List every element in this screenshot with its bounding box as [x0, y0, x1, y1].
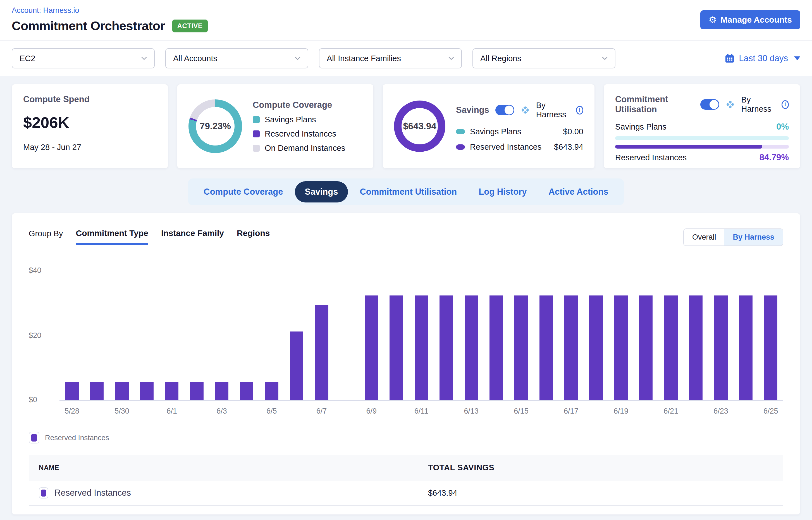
chart-plot: [59, 269, 783, 401]
bar-slot: [459, 269, 483, 400]
bar-slot: [234, 269, 259, 400]
x-tick: [533, 407, 558, 416]
tab-commitment-utilisation[interactable]: Commitment Utilisation: [349, 181, 467, 203]
x-tick: 6/11: [409, 407, 434, 416]
date-range-picker[interactable]: Last 30 days: [725, 53, 800, 63]
savings-table: NAME TOTAL SAVINGS Reserved Instances $6…: [29, 454, 783, 506]
column-total-savings: TOTAL SAVINGS: [428, 463, 773, 472]
bar-6/13[interactable]: [465, 295, 478, 400]
accounts-dropdown[interactable]: All Accounts: [165, 48, 308, 69]
bar-slot: [608, 269, 633, 400]
tab-savings[interactable]: Savings: [295, 181, 348, 203]
segment-by-harness[interactable]: By Harness: [724, 229, 783, 245]
date-range-value: Last 30 days: [739, 53, 788, 63]
x-tick: [634, 407, 658, 416]
by-harness-label: By Harness: [741, 95, 776, 114]
bar-slot: [134, 269, 159, 400]
bar-6/23[interactable]: [714, 295, 727, 400]
bar-6/16[interactable]: [540, 295, 553, 400]
bar-6/17[interactable]: [564, 295, 578, 400]
group-by-label: Group By: [29, 229, 63, 238]
legend-item-on-demand: On Demand Instances: [253, 144, 345, 153]
bar-6/11[interactable]: [415, 295, 428, 400]
tab-active-actions[interactable]: Active Actions: [539, 181, 619, 203]
bar-slot: [509, 269, 533, 400]
bar-slot: [284, 269, 309, 400]
bar-slot: [59, 269, 84, 400]
bar-5/28[interactable]: [66, 382, 79, 400]
legend-item-reserved-instances: Reserved Instances: [253, 129, 345, 138]
account-link[interactable]: Account: Harness.io: [12, 6, 208, 15]
manage-accounts-button[interactable]: ⚙ Manage Accounts: [700, 10, 800, 29]
bar-6/25[interactable]: [764, 295, 777, 400]
group-by-commitment-type[interactable]: Commitment Type: [76, 229, 148, 245]
bar-slot: [209, 269, 234, 400]
utilisation-by-harness-toggle[interactable]: [700, 99, 719, 110]
legend-label: Reserved Instances: [470, 142, 549, 152]
bar-5/31[interactable]: [140, 382, 154, 400]
group-by-regions[interactable]: Regions: [237, 229, 270, 243]
bar-slot: [733, 269, 758, 400]
bar-6/7[interactable]: [315, 305, 328, 400]
row-total-savings: $643.94: [428, 489, 773, 498]
overall-by-harness-toggle: Overall By Harness: [683, 229, 783, 246]
reserved-instances-swatch: [253, 130, 260, 137]
x-tick: 6/23: [708, 407, 733, 416]
kpi-cards: Compute Spend $206K May 28 - Jun 27 79.2…: [0, 76, 812, 175]
bar-6/19[interactable]: [614, 295, 628, 400]
instance-families-dropdown[interactable]: All Instance Families: [319, 48, 462, 69]
bar-slot: [359, 269, 384, 400]
bar-6/22[interactable]: [689, 295, 703, 400]
bar-6/4[interactable]: [240, 382, 253, 400]
info-icon[interactable]: i: [782, 100, 789, 109]
instance-families-dropdown-value: All Instance Families: [327, 54, 401, 63]
bar-6/3[interactable]: [215, 382, 229, 400]
x-tick: 6/15: [509, 407, 533, 416]
savings-by-harness-toggle[interactable]: [495, 105, 514, 115]
bar-6/1[interactable]: [165, 382, 178, 400]
on-demand-swatch: [253, 145, 260, 152]
bar-6/10[interactable]: [390, 295, 403, 400]
regions-dropdown[interactable]: All Regions: [472, 48, 615, 69]
tab-log-history[interactable]: Log History: [469, 181, 537, 203]
bar-slot: [758, 269, 783, 400]
compute-spend-value: $206K: [23, 113, 157, 132]
bar-6/2[interactable]: [190, 382, 203, 400]
bar-6/12[interactable]: [440, 295, 453, 400]
bar-6/9[interactable]: [365, 295, 378, 400]
tab-compute-coverage[interactable]: Compute Coverage: [193, 181, 293, 203]
savings-bar-chart: $40 $20 $0: [29, 269, 783, 401]
bar-6/15[interactable]: [514, 295, 528, 400]
bar-6/20[interactable]: [639, 295, 653, 400]
legend-item-savings-plans: Savings Plans: [253, 115, 345, 124]
bar-6/24[interactable]: [739, 295, 753, 400]
bar-6/6[interactable]: [290, 332, 303, 400]
bar-6/14[interactable]: [490, 295, 503, 400]
x-tick: 6/9: [359, 407, 384, 416]
x-tick: 6/5: [259, 407, 284, 416]
bar-6/5[interactable]: [265, 382, 279, 400]
bar-5/29[interactable]: [90, 382, 104, 400]
x-tick: 6/25: [758, 407, 783, 416]
info-icon[interactable]: i: [576, 106, 583, 114]
chevron-down-icon: [602, 57, 608, 60]
legend-value: $0.00: [563, 127, 583, 136]
group-by-instance-family[interactable]: Instance Family: [161, 229, 224, 243]
harness-logo-icon: [521, 104, 530, 116]
bar-slot: [708, 269, 733, 400]
reserved-instances-label: Reserved Instances: [615, 153, 687, 162]
bar-5/30[interactable]: [115, 382, 128, 400]
segment-overall[interactable]: Overall: [684, 229, 725, 245]
x-tick: 5/30: [109, 407, 134, 416]
reserved-instances-legend-checkbox[interactable]: [29, 432, 40, 443]
status-badge: ACTIVE: [172, 20, 208, 32]
service-dropdown[interactable]: EC2: [12, 48, 155, 69]
commitment-utilisation-card: Commitment Utilisation By Harness i Savi…: [604, 84, 800, 168]
x-tick: [483, 407, 508, 416]
x-tick: [583, 407, 608, 416]
table-row[interactable]: Reserved Instances $643.94: [29, 480, 783, 506]
savings-legend-row: Reserved Instances $643.94: [456, 142, 583, 152]
bar-6/21[interactable]: [664, 295, 678, 400]
bar-6/18[interactable]: [589, 295, 603, 400]
x-tick: 6/7: [309, 407, 334, 416]
